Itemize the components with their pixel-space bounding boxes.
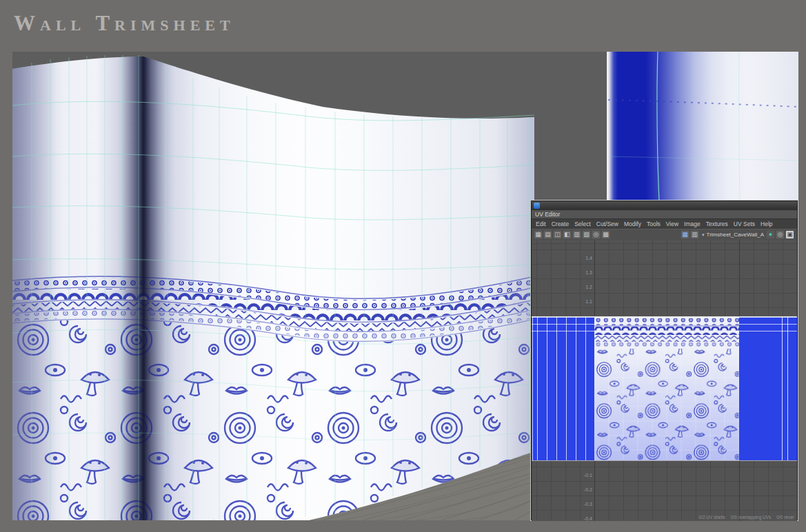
- menu-select[interactable]: Select: [574, 221, 591, 227]
- snapshot-icon[interactable]: ▣: [785, 230, 794, 239]
- checker-map-icon[interactable]: ◫: [553, 230, 562, 239]
- menu-help[interactable]: Help: [760, 221, 772, 227]
- uv-editor-label: UV Editor: [532, 211, 560, 218]
- menu-tools[interactable]: Tools: [647, 221, 661, 227]
- menu-textures[interactable]: Textures: [706, 221, 728, 227]
- axis-label: -0.2: [572, 487, 592, 493]
- axis-label: -0.3: [572, 502, 592, 507]
- menu-edit[interactable]: Edit: [536, 221, 546, 227]
- pixel-snap-icon[interactable]: ▥: [572, 230, 581, 239]
- menu-cut-sew[interactable]: Cut/Sew: [596, 221, 618, 227]
- menu-view[interactable]: View: [666, 221, 678, 227]
- uv-canvas[interactable]: 1.4 1.3 1.2 1.1 -0.1 -0.2 -0.3 -0.4: [532, 240, 797, 521]
- uv-editor-tabbar: UV Editor: [532, 210, 797, 219]
- uv-texture-band: [532, 316, 797, 461]
- menu-uv-sets[interactable]: UV Sets: [734, 221, 755, 227]
- menu-image[interactable]: Image: [684, 221, 701, 227]
- uv-shell-count: 0/2 UV shells: [699, 515, 725, 520]
- uv-shells-left[interactable]: [532, 317, 594, 460]
- texture-borders-icon[interactable]: ▩: [601, 230, 610, 239]
- axis-label: -0.1: [572, 473, 592, 478]
- uv-shells-right[interactable]: [739, 317, 797, 460]
- trimsheet-wall: [12, 52, 534, 520]
- uv-editor-titlebar[interactable]: [532, 201, 797, 210]
- image-display-icon[interactable]: ▦: [681, 230, 689, 239]
- material-ball-icon[interactable]: ●: [766, 230, 775, 239]
- uv-editor-window[interactable]: UV Editor Edit Create Select Cut/Sew Mod…: [531, 201, 798, 520]
- axis-label: 1.2: [572, 285, 592, 290]
- menu-create[interactable]: Create: [552, 221, 570, 227]
- page-title: Wall Trimsheet: [14, 11, 235, 36]
- uv-editor-window-icon: [534, 203, 540, 209]
- axis-label: -0.4: [572, 516, 592, 521]
- axis-label: 1.1: [572, 299, 592, 305]
- axis-label: 1.3: [572, 270, 592, 276]
- menu-modify[interactable]: Modify: [624, 221, 641, 227]
- uv-status-bar: 0/2 UV shells 0/0 overlapping UVs 0/0 re…: [699, 515, 795, 520]
- isolate-select-icon[interactable]: ◎: [776, 230, 785, 239]
- axis-label: 1.4: [572, 256, 592, 261]
- detail-wireframe: [608, 52, 798, 201]
- distortion-icon[interactable]: ◎: [592, 230, 601, 239]
- uv-editor-menubar: Edit Create Select Cut/Sew Modify Tools …: [532, 219, 797, 229]
- reversed-uv-count: 0/0 rever: [776, 515, 794, 520]
- texture-detail-panel: [607, 52, 798, 201]
- texture-selector-dropdown[interactable]: ▾ Trimsheet_CaveWall_A: [702, 232, 764, 238]
- dim-image-icon[interactable]: ◧: [563, 230, 572, 239]
- chevron-down-icon: ▾: [702, 232, 705, 238]
- portfolio-slide: Wall Trimsheet: [0, 0, 806, 532]
- uv-trimsheet-tile[interactable]: [594, 317, 739, 460]
- uv-editor-toolbar: ▦ ▤ ◫ ◧ ▥ ▧ ◎ ▩ ▦ ▥ ▾ Trimsheet_CaveWall…: [532, 229, 797, 240]
- overlapping-uv-count: 0/0 overlapping UVs: [731, 515, 772, 520]
- uv-grid-icon[interactable]: ▦: [534, 230, 543, 239]
- filter-icon[interactable]: ▥: [690, 230, 699, 239]
- uv-shell-border-icon[interactable]: ▤: [543, 230, 552, 239]
- shade-uvs-icon[interactable]: ▧: [582, 230, 591, 239]
- texture-selector-label: Trimsheet_CaveWall_A: [707, 232, 764, 238]
